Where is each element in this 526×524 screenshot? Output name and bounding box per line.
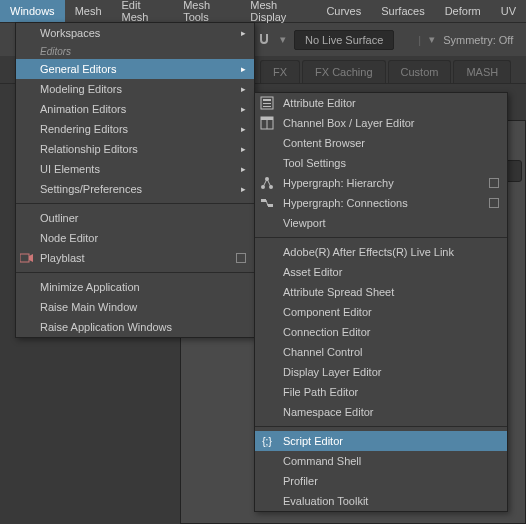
submenu-evaluation-toolkit[interactable]: Evaluation Toolkit — [255, 491, 507, 511]
menu-label: Attribute Editor — [283, 97, 356, 109]
submenu-content-browser[interactable]: Content Browser — [255, 133, 507, 153]
script-editor-icon: {;} — [259, 433, 275, 449]
general-editors-submenu: Attribute Editor Channel Box / Layer Edi… — [254, 92, 508, 512]
menu-settings-preferences[interactable]: Settings/Preferences ▸ — [16, 179, 254, 199]
menu-label: Namespace Editor — [283, 406, 374, 418]
chevron-right-icon: ▸ — [241, 184, 246, 194]
menu-separator — [255, 426, 507, 427]
menu-modeling-editors[interactable]: Modeling Editors ▸ — [16, 79, 254, 99]
menu-label: Modeling Editors — [40, 83, 122, 95]
submenu-profiler[interactable]: Profiler — [255, 471, 507, 491]
menu-workspaces[interactable]: Workspaces ▸ — [16, 23, 254, 43]
menu-animation-editors[interactable]: Animation Editors ▸ — [16, 99, 254, 119]
submenu-file-path-editor[interactable]: File Path Editor — [255, 382, 507, 402]
menu-ui-elements[interactable]: UI Elements ▸ — [16, 159, 254, 179]
menu-rendering-editors[interactable]: Rendering Editors ▸ — [16, 119, 254, 139]
svg-line-15 — [266, 200, 268, 206]
menu-raise-main-window[interactable]: Raise Main Window — [16, 297, 254, 317]
submenu-hypergraph-connections[interactable]: Hypergraph: Connections — [255, 193, 507, 213]
svg-rect-2 — [263, 99, 271, 101]
menubar: Windows Mesh Edit Mesh Mesh Tools Mesh D… — [0, 0, 526, 22]
live-surface-field[interactable]: No Live Surface — [294, 30, 394, 50]
menu-label: Asset Editor — [283, 266, 342, 278]
shelf-tab[interactable]: Custom — [388, 60, 452, 83]
menu-node-editor[interactable]: Node Editor — [16, 228, 254, 248]
menu-label: Animation Editors — [40, 103, 126, 115]
menu-label: Hypergraph: Connections — [283, 197, 408, 209]
menu-label: Raise Application Windows — [40, 321, 172, 333]
menu-label: Viewport — [283, 217, 326, 229]
playblast-icon — [20, 251, 34, 265]
submenu-attribute-editor[interactable]: Attribute Editor — [255, 93, 507, 113]
option-box-icon[interactable] — [489, 178, 499, 188]
menu-label: Node Editor — [40, 232, 98, 244]
svg-rect-3 — [263, 103, 271, 104]
menu-label: General Editors — [40, 63, 116, 75]
shelf-tab[interactable]: FX Caching — [302, 60, 385, 83]
chevron-down-icon[interactable]: ▾ — [280, 33, 286, 46]
option-box-icon[interactable] — [489, 198, 499, 208]
menu-label: Minimize Application — [40, 281, 140, 293]
menubar-mesh[interactable]: Mesh — [65, 0, 112, 22]
svg-line-11 — [263, 179, 267, 187]
svg-text:{;}: {;} — [262, 436, 272, 447]
hypergraph-icon — [259, 175, 275, 191]
menu-label: Channel Control — [283, 346, 363, 358]
menu-label: Playblast — [40, 252, 85, 264]
menu-relationship-editors[interactable]: Relationship Editors ▸ — [16, 139, 254, 159]
menubar-edit-mesh[interactable]: Edit Mesh — [112, 0, 174, 22]
menubar-mesh-display[interactable]: Mesh Display — [240, 0, 316, 22]
magnet-icon[interactable] — [256, 32, 272, 48]
menubar-uv[interactable]: UV — [491, 0, 526, 22]
option-box-icon[interactable] — [236, 253, 246, 263]
shelf-tab[interactable]: MASH — [453, 60, 511, 83]
menubar-surfaces[interactable]: Surfaces — [371, 0, 434, 22]
chevron-right-icon: ▸ — [241, 104, 246, 114]
menu-section-editors: Editors — [16, 43, 254, 59]
submenu-hypergraph-hierarchy[interactable]: Hypergraph: Hierarchy — [255, 173, 507, 193]
menubar-deform[interactable]: Deform — [435, 0, 491, 22]
menubar-curves[interactable]: Curves — [316, 0, 371, 22]
submenu-viewport[interactable]: Viewport — [255, 213, 507, 233]
chevron-right-icon: ▸ — [241, 124, 246, 134]
svg-rect-6 — [261, 117, 273, 120]
menubar-mesh-tools[interactable]: Mesh Tools — [173, 0, 240, 22]
menu-outliner[interactable]: Outliner — [16, 208, 254, 228]
menu-minimize-application[interactable]: Minimize Application — [16, 277, 254, 297]
menu-label: Rendering Editors — [40, 123, 128, 135]
menu-label: Profiler — [283, 475, 318, 487]
submenu-channel-control[interactable]: Channel Control — [255, 342, 507, 362]
menu-label: Display Layer Editor — [283, 366, 381, 378]
submenu-namespace-editor[interactable]: Namespace Editor — [255, 402, 507, 422]
menu-separator — [16, 272, 254, 273]
submenu-asset-editor[interactable]: Asset Editor — [255, 262, 507, 282]
menu-general-editors[interactable]: General Editors ▸ — [16, 59, 254, 79]
submenu-script-editor[interactable]: {;} Script Editor — [255, 431, 507, 451]
submenu-channel-box[interactable]: Channel Box / Layer Editor — [255, 113, 507, 133]
submenu-component-editor[interactable]: Component Editor — [255, 302, 507, 322]
menu-label: Settings/Preferences — [40, 183, 142, 195]
chevron-down-icon[interactable]: ▾ — [429, 33, 435, 46]
menu-label: File Path Editor — [283, 386, 358, 398]
submenu-attribute-spread-sheet[interactable]: Attribute Spread Sheet — [255, 282, 507, 302]
menu-playblast[interactable]: Playblast — [16, 248, 254, 268]
menubar-windows[interactable]: Windows — [0, 0, 65, 22]
submenu-command-shell[interactable]: Command Shell — [255, 451, 507, 471]
submenu-display-layer-editor[interactable]: Display Layer Editor — [255, 362, 507, 382]
svg-rect-14 — [268, 204, 273, 207]
menu-label: Workspaces — [40, 27, 100, 39]
hypergraph-icon — [259, 195, 275, 211]
submenu-tool-settings[interactable]: Tool Settings — [255, 153, 507, 173]
symmetry-field[interactable]: Symmetry: Off — [443, 34, 513, 46]
svg-rect-13 — [261, 199, 266, 202]
menu-label: Outliner — [40, 212, 79, 224]
submenu-connection-editor[interactable]: Connection Editor — [255, 322, 507, 342]
menu-raise-application-windows[interactable]: Raise Application Windows — [16, 317, 254, 337]
shelf-tab[interactable]: FX — [260, 60, 300, 83]
windows-menu: Workspaces ▸ Editors General Editors ▸ M… — [15, 22, 255, 338]
chevron-right-icon: ▸ — [241, 64, 246, 74]
menu-label: Raise Main Window — [40, 301, 137, 313]
submenu-ae-live-link[interactable]: Adobe(R) After Effects(R) Live Link — [255, 242, 507, 262]
menu-separator — [16, 203, 254, 204]
menu-label: Content Browser — [283, 137, 365, 149]
